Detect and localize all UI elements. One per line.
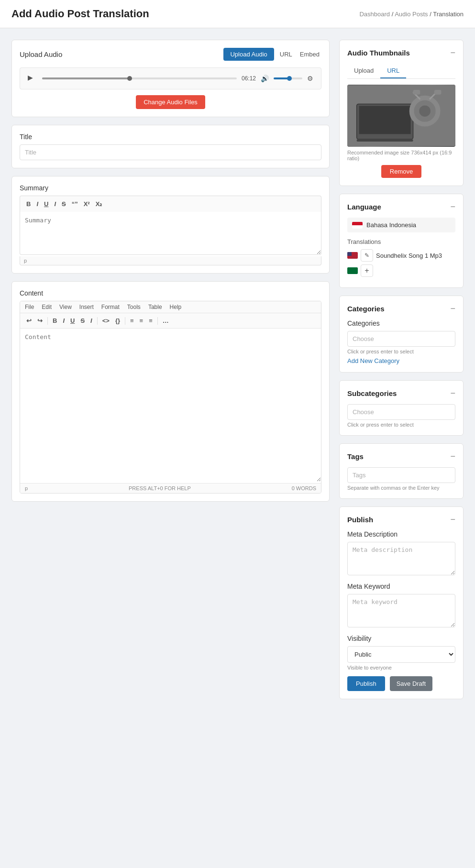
tags-title: Tags	[347, 452, 364, 461]
visibility-select[interactable]: Public Private Password Protected	[347, 646, 455, 663]
summary-label: Summary	[20, 184, 321, 192]
content-footer: p PRESS ALT+0 FOR HELP 0 WORDS	[20, 483, 321, 493]
tags-card: Tags − Separate with commas or the Enter…	[339, 443, 464, 499]
right-panel: Audio Thumbnails − Upload URL	[339, 40, 464, 699]
tags-input[interactable]	[347, 467, 455, 483]
menu-edit[interactable]: Edit	[42, 304, 52, 310]
menu-table[interactable]: Table	[148, 304, 162, 310]
content-bold-button[interactable]: B	[50, 316, 59, 326]
content-toolbar: ↩ ↪ B I U S I <> {} ≡ ≡ ≡	[20, 313, 321, 329]
strikethrough-button[interactable]: S	[59, 199, 68, 209]
change-audio-button[interactable]: Change Audio Files	[136, 95, 205, 109]
code-button[interactable]: <>	[100, 316, 112, 326]
menu-file[interactable]: File	[25, 304, 34, 310]
more-button[interactable]: …	[160, 316, 171, 326]
meta-keyword-textarea[interactable]	[347, 594, 455, 627]
menu-view[interactable]: View	[59, 304, 72, 310]
page-wrapper: Add Audio Post Translation Dashboard / A…	[0, 0, 475, 868]
breadcrumb-current: Translation	[433, 11, 464, 18]
remove-thumbnail-button[interactable]: Remove	[381, 165, 421, 178]
content-strikethrough-button[interactable]: S	[78, 316, 87, 326]
volume-bar[interactable]	[274, 77, 302, 79]
translations-section: Translations ✎ Soundhelix Song 1 Mp3 +	[347, 238, 455, 277]
add-category-link[interactable]: Add New Category	[347, 357, 399, 364]
menu-insert[interactable]: Insert	[79, 304, 94, 310]
upload-header: Upload Audio Upload Audio URL Embed	[20, 48, 321, 61]
underline-button[interactable]: U	[42, 199, 51, 209]
categories-card: Categories − Categories Click or press e…	[339, 296, 464, 373]
flag-us-icon	[347, 252, 358, 259]
thumb-tab-upload[interactable]: Upload	[347, 64, 380, 78]
volume-dot	[287, 76, 292, 81]
blockquote-button[interactable]: “”	[69, 199, 80, 209]
tags-header: Tags −	[347, 451, 455, 461]
embed-tab[interactable]: Embed	[298, 51, 321, 58]
content-footer-p: p	[25, 485, 28, 491]
breadcrumb-dashboard[interactable]: Dashboard	[359, 11, 390, 18]
categories-input[interactable]	[347, 331, 455, 347]
settings-icon[interactable]: ⚙	[307, 75, 313, 82]
url-tab[interactable]: URL	[278, 51, 294, 58]
subcategories-collapse-icon[interactable]: −	[450, 388, 455, 398]
italic2-button[interactable]: I	[52, 199, 58, 209]
upload-audio-button[interactable]: Upload Audio	[223, 48, 274, 61]
progress-bar[interactable]	[42, 77, 237, 79]
volume-icon[interactable]: 🔊	[261, 75, 269, 82]
categories-label: Categories	[347, 319, 455, 327]
svg-rect-2	[359, 106, 411, 134]
categories-hint: Click or press enter to select	[347, 349, 455, 354]
translation-edit-button-us[interactable]: ✎	[361, 249, 373, 262]
thumbnail-image	[347, 85, 455, 147]
progress-fill	[42, 77, 130, 79]
superscript-button[interactable]: X²	[81, 199, 92, 209]
title-input[interactable]	[20, 144, 321, 160]
code2-button[interactable]: {}	[113, 316, 122, 326]
upload-label: Upload Audio	[20, 50, 62, 58]
breadcrumb-audio-posts[interactable]: Audio Posts	[395, 11, 428, 18]
align-left-button[interactable]: ≡	[128, 316, 136, 326]
categories-header: Categories −	[347, 304, 455, 314]
align-right-button[interactable]: ≡	[146, 316, 155, 326]
audio-thumbnails-card: Audio Thumbnails − Upload URL	[339, 40, 464, 186]
meta-description-textarea[interactable]	[347, 542, 455, 575]
time-display: 06:12	[242, 75, 256, 82]
rec-size-text: Recommended image size 736x414 px (16:9 …	[347, 150, 455, 161]
content-menu-bar: File Edit View Insert Format Tools Table…	[20, 301, 321, 313]
menu-tools[interactable]: Tools	[127, 304, 141, 310]
content-textarea[interactable]	[20, 329, 321, 482]
translation-name-us: Soundhelix Song 1 Mp3	[376, 252, 455, 259]
upload-tabs: Upload Audio URL Embed	[223, 48, 321, 61]
tags-collapse-icon[interactable]: −	[450, 451, 455, 461]
language-card: Language − Bahasa Indonesia Translations…	[339, 194, 464, 288]
align-center-button[interactable]: ≡	[137, 316, 146, 326]
subcategories-input[interactable]	[347, 404, 455, 420]
menu-help[interactable]: Help	[170, 304, 182, 310]
categories-collapse-icon[interactable]: −	[450, 304, 455, 314]
publish-title: Publish	[347, 516, 373, 524]
visibility-label: Visibility	[347, 635, 455, 642]
content-italic2-button[interactable]: I	[88, 316, 95, 326]
svg-rect-8	[413, 90, 420, 95]
subscript-button[interactable]: X₂	[93, 199, 105, 209]
thumb-tab-url[interactable]: URL	[380, 64, 406, 78]
content-italic-button[interactable]: I	[60, 316, 67, 326]
flag-indonesia-icon	[352, 222, 363, 229]
redo-button[interactable]: ↪	[35, 316, 45, 326]
summary-textarea[interactable]	[20, 212, 321, 255]
thumb-tabs: Upload URL	[347, 64, 455, 79]
italic-button[interactable]: I	[34, 199, 41, 209]
language-collapse-icon[interactable]: −	[450, 202, 455, 212]
meta-kw-label: Meta Keyword	[347, 582, 455, 590]
undo-button[interactable]: ↩	[24, 316, 34, 326]
translation-add-button-sa[interactable]: +	[361, 264, 373, 277]
content-footer-hint: PRESS ALT+0 FOR HELP	[129, 485, 191, 491]
publish-collapse-icon[interactable]: −	[450, 515, 455, 525]
publish-button[interactable]: Publish	[347, 676, 385, 691]
content-underline-button[interactable]: U	[68, 316, 77, 326]
play-button[interactable]: ▶	[28, 74, 37, 83]
thumbnails-collapse-icon[interactable]: −	[450, 48, 455, 58]
language-selected: Bahasa Indonesia	[366, 221, 416, 229]
bold-button[interactable]: B	[24, 199, 33, 209]
save-draft-button[interactable]: Save Draft	[390, 676, 432, 691]
menu-format[interactable]: Format	[101, 304, 120, 310]
